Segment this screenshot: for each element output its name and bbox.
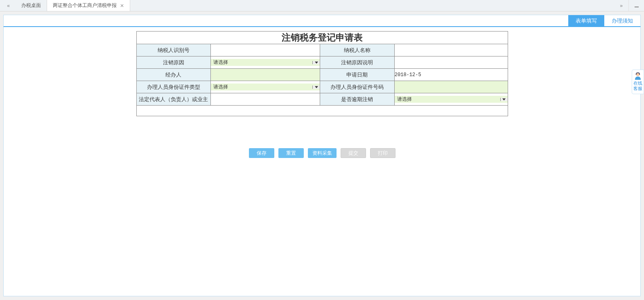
value-legal-rep bbox=[211, 93, 320, 106]
value-taxpayer-id bbox=[211, 44, 320, 56]
tab-label: 办税桌面 bbox=[21, 2, 41, 9]
value-apply-date: 2018-12-5 bbox=[394, 69, 508, 81]
subtab-notice[interactable]: 办理须知 bbox=[604, 15, 640, 26]
select-handler-id-type[interactable]: 请选择 bbox=[211, 81, 320, 93]
input-handler-id-no[interactable] bbox=[394, 81, 508, 93]
button-bar: 保存 重置 资料采集 提交 打印 bbox=[4, 148, 640, 158]
collect-button[interactable]: 资料采集 bbox=[308, 148, 337, 158]
content-panel: 注销税务登记申请表 纳税人识别号 纳税人名称 注销原因 请选择 注销原因说明 bbox=[3, 27, 641, 296]
label-handler-id-type: 办理人员身份证件类型 bbox=[136, 81, 211, 93]
svg-marker-1 bbox=[315, 86, 318, 88]
label-handler: 经办人 bbox=[136, 69, 211, 81]
svg-marker-0 bbox=[315, 61, 318, 63]
select-cancel-reason-text: 请选择 bbox=[211, 59, 228, 66]
support-agent-icon bbox=[634, 72, 642, 80]
tabbar-scroll-right-button[interactable]: » bbox=[613, 0, 628, 11]
label-handler-id-no: 办理人员身份证件号码 bbox=[320, 81, 395, 93]
label-apply-date: 申请日期 bbox=[320, 69, 395, 81]
online-support-button[interactable]: 在线客服 bbox=[632, 70, 644, 94]
tabbar-scroll-left-button[interactable]: « bbox=[0, 0, 16, 11]
minimize-icon bbox=[635, 7, 639, 7]
select-handler-id-type-text: 请选择 bbox=[211, 83, 228, 90]
chevron-down-icon[interactable] bbox=[312, 61, 320, 64]
chevron-left-double-icon: « bbox=[7, 3, 9, 9]
cancel-tax-form: 注销税务登记申请表 纳税人识别号 纳税人名称 注销原因 请选择 注销原因说明 bbox=[136, 31, 508, 116]
blank-row bbox=[136, 106, 508, 116]
save-button[interactable]: 保存 bbox=[249, 148, 274, 158]
chevron-down-icon[interactable] bbox=[500, 98, 508, 101]
top-tabbar: « 办税桌面 两证整合个体工商户清税申报 ✕ » bbox=[0, 0, 644, 11]
label-taxpayer-id: 纳税人识别号 bbox=[136, 44, 211, 56]
print-button: 打印 bbox=[370, 148, 395, 158]
reset-button[interactable]: 重置 bbox=[278, 148, 304, 158]
select-cancel-reason[interactable]: 请选择 bbox=[211, 56, 320, 69]
tab-cancel-tax-declare[interactable]: 两证整合个体工商户清税申报 ✕ bbox=[47, 0, 130, 11]
subtab-form-fill[interactable]: 表单填写 bbox=[568, 15, 604, 26]
tab-label: 两证整合个体工商户清税申报 bbox=[53, 2, 117, 9]
label-taxpayer-name: 纳税人名称 bbox=[320, 44, 395, 56]
select-overdue[interactable]: 请选择 bbox=[394, 93, 508, 106]
label-legal-rep: 法定代表人（负责人）或业主 bbox=[136, 93, 211, 106]
chevron-right-double-icon: » bbox=[620, 3, 621, 9]
input-handler[interactable] bbox=[211, 69, 320, 81]
submit-button: 提交 bbox=[341, 148, 366, 158]
chevron-down-icon[interactable] bbox=[312, 86, 320, 89]
input-cancel-reason-desc[interactable] bbox=[394, 56, 508, 69]
form-title: 注销税务登记申请表 bbox=[136, 32, 508, 44]
svg-marker-2 bbox=[502, 98, 506, 100]
minimize-button[interactable] bbox=[628, 0, 644, 11]
label-cancel-reason: 注销原因 bbox=[136, 56, 211, 69]
select-overdue-text: 请选择 bbox=[395, 96, 412, 103]
online-support-label: 在线客服 bbox=[633, 81, 642, 91]
sub-tabbar: 表单填写 办理须知 bbox=[3, 15, 641, 27]
close-icon[interactable]: ✕ bbox=[120, 3, 124, 9]
label-cancel-reason-desc: 注销原因说明 bbox=[320, 56, 395, 69]
label-overdue: 是否逾期注销 bbox=[320, 93, 395, 106]
value-taxpayer-name bbox=[394, 44, 508, 56]
tab-desktop[interactable]: 办税桌面 bbox=[16, 0, 47, 11]
